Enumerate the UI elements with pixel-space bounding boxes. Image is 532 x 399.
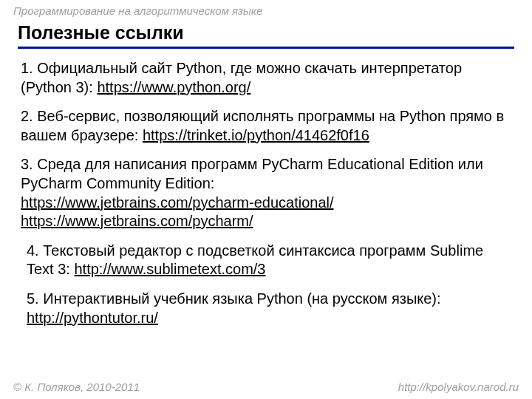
item-text: Среда для написания программ PyCharm Edu… [21, 156, 483, 191]
link[interactable]: http://pythontutor.ru/ [27, 310, 158, 326]
page-title: Полезные ссылки [18, 22, 514, 49]
item-text: Интерактивный учебник языка Python (на р… [43, 290, 440, 307]
item-number: 3. [21, 156, 37, 172]
footer-copyright: © К. Поляков, 2010-2011 [13, 381, 140, 393]
link[interactable]: https://trinket.io/python/41462f0f16 [143, 127, 369, 143]
link[interactable]: https://www.python.org/ [97, 79, 250, 95]
link[interactable]: https://www.jetbrains.com/pycharm-educat… [21, 194, 334, 211]
item-number: 1. [21, 60, 37, 76]
footer-url: http://kpolyakov.narod.ru [398, 381, 519, 393]
pretitle: Программирование на алгоритмическом язык… [13, 4, 263, 17]
link[interactable]: https://www.jetbrains.com/pycharm/ [21, 213, 253, 229]
list-item: 4. Текстовый редактор с подсветкой синта… [27, 242, 511, 279]
item-number: 2. [21, 108, 37, 124]
list-item: 5. Интерактивный учебник языка Python (н… [27, 290, 511, 327]
slide: Программирование на алгоритмическом язык… [0, 0, 532, 399]
list-item: 3. Среда для написания программ PyCharm … [21, 155, 511, 231]
item-number: 5. [27, 290, 43, 307]
item-number: 4. [27, 242, 43, 259]
link[interactable]: http://www.sublimetext.com/3 [74, 261, 265, 277]
list-item: 2. Веб-сервис, позволяющий исполнять про… [21, 107, 511, 145]
content: 1. Официальный сайт Python, где можно ск… [21, 59, 511, 338]
list-item: 1. Официальный сайт Python, где можно ск… [21, 59, 511, 97]
